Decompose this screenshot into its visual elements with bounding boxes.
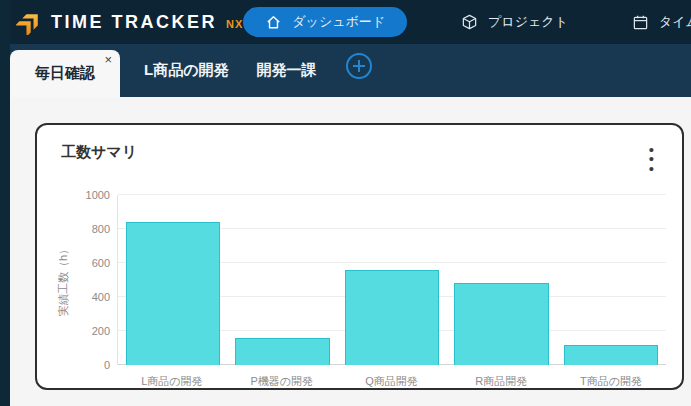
nav-item-project[interactable]: プロジェクト [451, 7, 578, 37]
bar-chart: 実績工数（h） 02004006008001000 L商品の開発P機器の開発Q商… [51, 181, 672, 389]
brand-title: TIME TRACKER [51, 12, 217, 33]
tab-dev-section-1[interactable]: 開発一課 [243, 44, 331, 97]
tab-label: L商品の開発 [144, 61, 229, 80]
calendar-icon [632, 14, 649, 31]
nav-item-timesheet[interactable]: タイムシート [622, 7, 691, 37]
x-tick-label: L商品の開発 [117, 374, 227, 389]
y-tick-label: 600 [92, 257, 110, 269]
left-edge-strip [0, 0, 10, 406]
y-axis-label: 実績工数（h） [56, 244, 71, 316]
tab-label: 開発一課 [257, 61, 317, 80]
y-axis-label-column: 実績工数（h） [51, 195, 75, 365]
nav-item-label: ダッシュボード [292, 13, 385, 31]
cube-icon [461, 14, 478, 31]
tab-l-product-dev[interactable]: L商品の開発 [130, 44, 243, 97]
tab-bar: 毎日確認 × L商品の開発 開発一課 [10, 44, 691, 97]
x-tick-label: R商品開発 [446, 374, 556, 389]
y-tick-label: 800 [92, 223, 110, 235]
home-icon [265, 14, 282, 31]
bar-R商品開発[interactable] [454, 283, 548, 365]
content-area: 工数サマリ ••• 実績工数（h） 02004006008001000 L商品の… [10, 97, 691, 406]
tab-daily-check[interactable]: 毎日確認 × [10, 50, 120, 97]
top-header: TIME TRACKERNX ダッシュボード [10, 0, 691, 44]
kebab-menu-icon[interactable]: ••• [645, 143, 658, 175]
bar-slot [118, 195, 228, 365]
nav-item-label: プロジェクト [488, 13, 568, 31]
y-tick-label: 1000 [86, 189, 110, 201]
y-tick-label: 400 [92, 291, 110, 303]
bar-slot [337, 195, 447, 365]
y-tick-label: 0 [104, 359, 110, 371]
x-tick-label: Q商品開発 [337, 374, 447, 389]
card-title: 工数サマリ [61, 143, 137, 162]
close-icon[interactable]: × [104, 53, 112, 66]
top-nav: ダッシュボード プロジェクト [243, 7, 691, 37]
plot-area: 02004006008001000 [117, 195, 666, 365]
app-logo[interactable]: TIME TRACKERNX [16, 9, 243, 35]
tab-label: 毎日確認 [35, 64, 95, 83]
x-labels-row: L商品の開発P機器の開発Q商品開発R商品開発T商品の開発 [117, 365, 666, 389]
nav-item-label: タイムシート [659, 13, 691, 31]
bar-slot [447, 195, 557, 365]
y-tick-label: 200 [92, 325, 110, 337]
bar-L商品の開発[interactable] [126, 222, 220, 365]
card-header: 工数サマリ ••• [51, 141, 672, 181]
bar-Q商品開発[interactable] [345, 270, 439, 365]
brand-suffix: NX [226, 14, 243, 30]
plot-column: 02004006008001000 L商品の開発P機器の開発Q商品開発R商品開発… [117, 195, 666, 389]
bar-P機器の開発[interactable] [235, 338, 329, 365]
x-tick-label: T商品の開発 [556, 374, 666, 389]
nav-item-dashboard[interactable]: ダッシュボード [243, 7, 407, 37]
x-tick-label: P機器の開発 [227, 374, 337, 389]
bars-row [118, 195, 666, 365]
plus-circle-icon [345, 66, 373, 83]
brand-logo-icon [16, 9, 44, 35]
bar-T商品の開発[interactable] [564, 345, 658, 365]
add-tab-button[interactable] [345, 52, 373, 80]
summary-card: 工数サマリ ••• 実績工数（h） 02004006008001000 L商品の… [35, 123, 684, 390]
bar-slot [556, 195, 666, 365]
app-window: TIME TRACKERNX ダッシュボード [0, 0, 691, 406]
bar-slot [228, 195, 338, 365]
main-column: TIME TRACKERNX ダッシュボード [10, 0, 691, 406]
